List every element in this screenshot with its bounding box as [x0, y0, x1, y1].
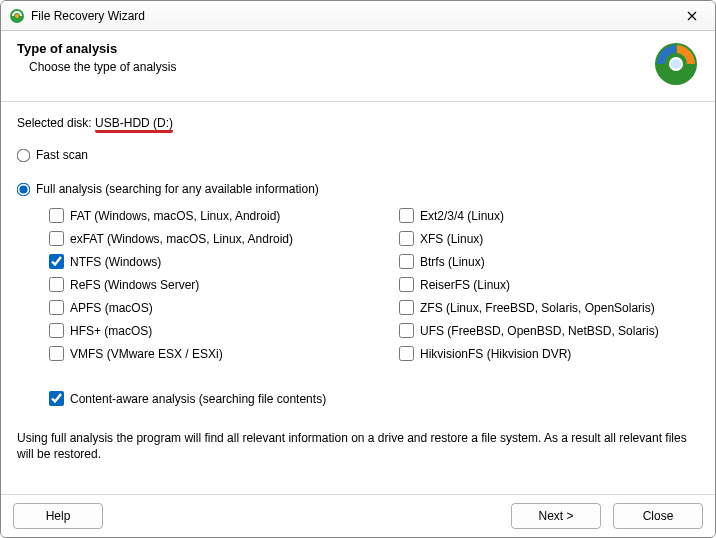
- wizard-hero-icon: [653, 41, 699, 87]
- fs-label: HikvisionFS (Hikvision DVR): [420, 347, 571, 361]
- fs-label: ZFS (Linux, FreeBSD, Solaris, OpenSolari…: [420, 301, 655, 315]
- fs-label: FAT (Windows, macOS, Linux, Android): [70, 209, 280, 223]
- fs-checkbox[interactable]: [49, 300, 64, 315]
- fs-checkbox[interactable]: [399, 231, 414, 246]
- svg-point-1: [15, 14, 19, 18]
- page-title: Type of analysis: [17, 41, 653, 56]
- fs-option-right-4[interactable]: ZFS (Linux, FreeBSD, Solaris, OpenSolari…: [399, 300, 699, 315]
- full-analysis-label: Full analysis (searching for any availab…: [36, 182, 319, 196]
- fs-checkbox[interactable]: [399, 323, 414, 338]
- fs-label: VMFS (VMware ESX / ESXi): [70, 347, 223, 361]
- fs-checkbox[interactable]: [49, 208, 64, 223]
- fs-checkbox[interactable]: [399, 277, 414, 292]
- fs-label: ReFS (Windows Server): [70, 278, 199, 292]
- fs-option-left-4[interactable]: APFS (macOS): [49, 300, 399, 315]
- fs-checkbox[interactable]: [49, 323, 64, 338]
- selected-disk-value: USB-HDD (D:): [95, 116, 173, 130]
- fs-option-right-2[interactable]: Btrfs (Linux): [399, 254, 699, 269]
- close-button[interactable]: [677, 4, 707, 28]
- fs-option-right-0[interactable]: Ext2/3/4 (Linux): [399, 208, 699, 223]
- fs-checkbox[interactable]: [49, 277, 64, 292]
- fs-label: Ext2/3/4 (Linux): [420, 209, 504, 223]
- content-aware-option[interactable]: Content-aware analysis (searching file c…: [49, 391, 699, 406]
- fs-option-right-3[interactable]: ReiserFS (Linux): [399, 277, 699, 292]
- svg-point-4: [671, 59, 681, 69]
- fs-checkbox[interactable]: [49, 346, 64, 361]
- fast-scan-option[interactable]: Fast scan: [17, 148, 699, 162]
- fs-option-right-1[interactable]: XFS (Linux): [399, 231, 699, 246]
- fs-checkbox[interactable]: [399, 208, 414, 223]
- fs-label: exFAT (Windows, macOS, Linux, Android): [70, 232, 293, 246]
- fs-option-left-3[interactable]: ReFS (Windows Server): [49, 277, 399, 292]
- button-bar: Help Next > Close: [1, 494, 715, 537]
- fast-scan-label: Fast scan: [36, 148, 88, 162]
- wizard-header: Type of analysis Choose the type of anal…: [1, 31, 715, 102]
- fs-label: NTFS (Windows): [70, 255, 161, 269]
- fs-option-left-2[interactable]: NTFS (Windows): [49, 254, 399, 269]
- fast-scan-radio[interactable]: [17, 148, 31, 162]
- app-icon: [9, 8, 25, 24]
- fs-checkbox[interactable]: [399, 300, 414, 315]
- content-aware-checkbox[interactable]: [49, 391, 64, 406]
- full-analysis-option[interactable]: Full analysis (searching for any availab…: [17, 182, 699, 196]
- filesystem-grid: FAT (Windows, macOS, Linux, Android)Ext2…: [49, 208, 699, 361]
- full-analysis-radio[interactable]: [17, 182, 31, 196]
- fs-option-left-0[interactable]: FAT (Windows, macOS, Linux, Android): [49, 208, 399, 223]
- fs-checkbox[interactable]: [49, 254, 64, 269]
- fs-option-right-6[interactable]: HikvisionFS (Hikvision DVR): [399, 346, 699, 361]
- fs-option-right-5[interactable]: UFS (FreeBSD, OpenBSD, NetBSD, Solaris): [399, 323, 699, 338]
- fs-label: UFS (FreeBSD, OpenBSD, NetBSD, Solaris): [420, 324, 659, 338]
- analysis-description: Using full analysis the program will fin…: [17, 430, 699, 462]
- window-title: File Recovery Wizard: [31, 9, 677, 23]
- fs-option-left-1[interactable]: exFAT (Windows, macOS, Linux, Android): [49, 231, 399, 246]
- fs-label: XFS (Linux): [420, 232, 483, 246]
- selected-disk-line: Selected disk: USB-HDD (D:): [17, 116, 699, 130]
- fs-label: HFS+ (macOS): [70, 324, 152, 338]
- fs-option-left-5[interactable]: HFS+ (macOS): [49, 323, 399, 338]
- close-icon: [687, 11, 697, 21]
- page-subtitle: Choose the type of analysis: [17, 60, 653, 74]
- fs-option-left-6[interactable]: VMFS (VMware ESX / ESXi): [49, 346, 399, 361]
- help-button[interactable]: Help: [13, 503, 103, 529]
- fs-label: APFS (macOS): [70, 301, 153, 315]
- next-button[interactable]: Next >: [511, 503, 601, 529]
- fs-checkbox[interactable]: [399, 254, 414, 269]
- close-dialog-button[interactable]: Close: [613, 503, 703, 529]
- fs-checkbox[interactable]: [49, 231, 64, 246]
- fs-checkbox[interactable]: [399, 346, 414, 361]
- titlebar: File Recovery Wizard: [1, 1, 715, 31]
- selected-disk-label: Selected disk:: [17, 116, 95, 130]
- content-aware-label: Content-aware analysis (searching file c…: [70, 392, 326, 406]
- fs-label: Btrfs (Linux): [420, 255, 485, 269]
- fs-label: ReiserFS (Linux): [420, 278, 510, 292]
